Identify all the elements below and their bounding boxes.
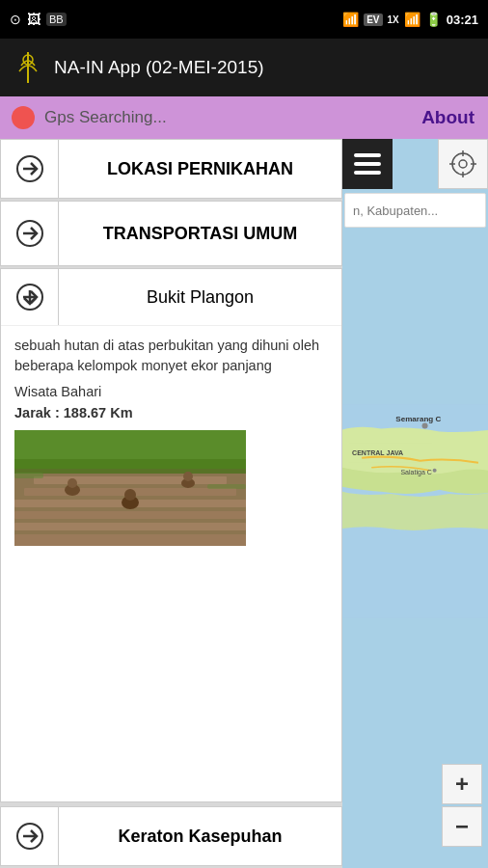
right-panel-map: n, Kabupaten... — [342, 139, 488, 868]
svg-point-29 — [459, 160, 467, 168]
expanded-description: sebuah hutan di atas perbukitan yang dih… — [14, 336, 328, 376]
svg-rect-16 — [14, 523, 246, 530]
svg-rect-15 — [14, 511, 246, 519]
list-item-transportasi-text: TRANSPORTASI UMUM — [59, 214, 341, 254]
status-right-icons: 📶 EV 1X 📶 🔋 03:21 — [342, 12, 478, 27]
svg-rect-17 — [14, 534, 246, 546]
wifi-icon: 📶 — [342, 12, 359, 27]
status-icon-2: 🖼 — [27, 12, 41, 27]
about-button[interactable]: About — [421, 107, 474, 128]
svg-rect-24 — [14, 473, 43, 478]
list-item-transportasi[interactable]: TRANSPORTASI UMUM — [0, 201, 342, 266]
svg-point-37 — [433, 469, 437, 473]
expanded-title-bukit: Bukit Plangon — [59, 278, 341, 317]
map-tiles: Semarang C CENTRAL JAVA Salatiga C SPECI… — [342, 231, 488, 791]
gps-indicator — [12, 106, 35, 129]
svg-rect-12 — [34, 476, 227, 484]
onex-badge: 1X — [388, 14, 399, 25]
svg-point-23 — [183, 472, 193, 481]
app-logo-icon — [14, 50, 42, 85]
map-target-button[interactable] — [438, 139, 488, 189]
expanded-body: sebuah hutan di atas perbukitan yang dih… — [1, 326, 341, 556]
svg-text:Semarang C: Semarang C — [395, 415, 441, 423]
monkey-scene-bg — [14, 430, 246, 546]
expanded-image — [14, 430, 246, 546]
status-time: 03:21 — [447, 13, 478, 27]
zoom-in-button[interactable]: + — [442, 764, 482, 804]
expanded-category: Wisata Bahari — [14, 384, 328, 399]
signal-bars: 📶 — [404, 12, 420, 27]
hamburger-icon — [354, 153, 381, 175]
svg-text:Salatiga C: Salatiga C — [400, 469, 431, 476]
list-item-keraton[interactable]: Keraton Kasepuhan — [0, 806, 342, 866]
arrow-icon-keraton — [1, 807, 59, 865]
expanded-distance: Jarak : 188.67 Km — [14, 405, 328, 420]
crosshair-icon — [449, 150, 476, 177]
status-bar: ⊙ 🖼 BB 📶 EV 1X 📶 🔋 03:21 — [0, 0, 488, 39]
arrow-icon-transportasi — [1, 202, 59, 265]
arrow-icon-lokasi — [1, 140, 59, 198]
battery-icon: 🔋 — [425, 12, 442, 27]
list-item-lokasi[interactable]: LOKASI PERNIKAHAN — [0, 139, 342, 199]
list-item-lokasi-text: LOKASI PERNIKAHAN — [59, 149, 341, 189]
svg-rect-25 — [207, 484, 246, 489]
status-left-icons: ⊙ 🖼 BB — [10, 12, 67, 27]
map-background: n, Kabupaten... — [342, 139, 488, 868]
zoom-controls: + − — [442, 764, 482, 849]
map-svg: Semarang C CENTRAL JAVA Salatiga C SPECI… — [342, 231, 488, 791]
left-panel: LOKASI PERNIKAHAN TRANSPORTASI UMUM — [0, 139, 342, 868]
list-item-keraton-text: Keraton Kasepuhan — [59, 817, 341, 856]
zoom-out-button[interactable]: − — [442, 806, 482, 847]
map-menu-button[interactable] — [342, 139, 393, 189]
gps-bar: Gps Searching... About — [0, 96, 488, 139]
svg-point-21 — [124, 489, 136, 501]
svg-text:CENTRAL JAVA: CENTRAL JAVA — [352, 449, 403, 456]
app-bar: NA-IN App (02-MEI-2015) — [0, 39, 488, 96]
app-title: NA-IN App (02-MEI-2015) — [54, 57, 264, 78]
status-icon-1: ⊙ — [10, 12, 21, 27]
map-search-text: n, Kabupaten... — [353, 203, 438, 218]
svg-point-28 — [452, 153, 474, 175]
map-search-bar[interactable]: n, Kabupaten... — [344, 193, 486, 228]
svg-point-19 — [68, 478, 77, 488]
main-content: LOKASI PERNIKAHAN TRANSPORTASI UMUM — [0, 139, 488, 868]
ev-badge: EV — [364, 14, 382, 26]
gps-status-group: Gps Searching... — [12, 106, 167, 129]
expanded-header: Bukit Plangon — [1, 269, 341, 326]
arrow-icon-bukit — [1, 269, 59, 325]
status-icon-bbm: BB — [46, 13, 67, 26]
expanded-item-bukit[interactable]: Bukit Plangon sebuah hutan di atas perbu… — [0, 268, 342, 802]
gps-text: Gps Searching... — [44, 108, 167, 127]
